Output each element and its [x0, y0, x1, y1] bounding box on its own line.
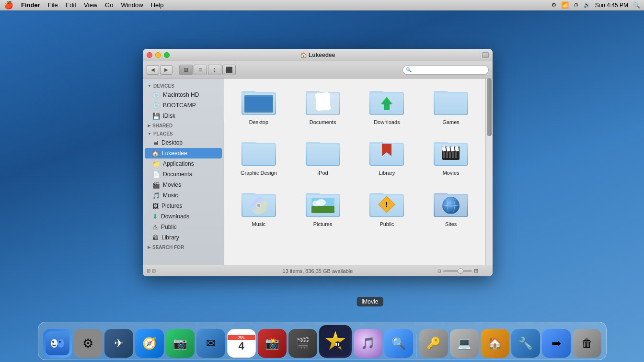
sidebar-item-pictures[interactable]: 🖼 Pictures: [143, 201, 224, 211]
dock-item-calendar[interactable]: JUL 4: [227, 329, 256, 358]
svg-rect-25: [307, 144, 339, 165]
file-item-desktop[interactable]: Desktop: [229, 83, 288, 129]
file-item-downloads[interactable]: Downloads: [357, 83, 417, 129]
wifi-icon[interactable]: 📶: [561, 1, 569, 9]
lukeedee-icon: 🏠: [151, 150, 159, 157]
dock-item-imovie[interactable]: [319, 325, 352, 358]
minimize-button[interactable]: [155, 52, 161, 58]
spotlight-icon[interactable]: 🔍: [633, 2, 640, 9]
music-sidebar-icon: 🎵: [152, 192, 160, 199]
file-label-documents: Documents: [310, 119, 336, 125]
sidebar-item-music[interactable]: 🎵 Music: [143, 190, 224, 201]
dock-item-mail[interactable]: ✉: [196, 329, 225, 358]
menu-view[interactable]: View: [84, 1, 97, 9]
devices-header: ▼ DEVICES: [143, 81, 224, 90]
sidebar-item-applications[interactable]: 📁 Applications: [143, 158, 224, 169]
forward-button[interactable]: ▶: [160, 65, 172, 75]
file-item-library[interactable]: Library: [357, 134, 417, 180]
slider-track[interactable]: [443, 270, 472, 272]
search-bar[interactable]: 🔍: [402, 65, 489, 75]
svg-rect-80: [338, 343, 339, 346]
xcode-dock-icon: 🔧: [511, 329, 540, 358]
screenflow-dock-icon: 🎬: [288, 329, 317, 358]
places-header: ▼ PLACES: [143, 129, 224, 137]
list-view-button[interactable]: ≡: [194, 65, 207, 75]
sidebar-item-lukeedee[interactable]: 🏠 Lukeedee: [145, 148, 222, 158]
menu-go[interactable]: Go: [105, 1, 113, 9]
icon-view-button[interactable]: ⊞: [179, 65, 193, 75]
file-item-ipod[interactable]: iPod: [293, 134, 353, 180]
file-label-sites: Sites: [445, 221, 457, 227]
datetime-display: Sun 4:45 PM: [595, 2, 628, 9]
close-button[interactable]: [147, 52, 152, 58]
file-item-graphic-design[interactable]: Graphic Design: [229, 134, 288, 180]
dock-item-itunes[interactable]: 🎵: [354, 329, 382, 358]
dock-item-migration[interactable]: ➡: [542, 329, 571, 358]
file-item-documents[interactable]: Documents: [293, 83, 353, 129]
column-view-button[interactable]: ⫶: [208, 65, 221, 75]
library-sidebar-icon: 🏛: [152, 234, 159, 241]
file-item-sites[interactable]: Sites: [421, 185, 481, 231]
dock-item-safari[interactable]: 🧭: [135, 329, 164, 358]
sidebar-item-downloads[interactable]: ⬇ Downloads: [143, 211, 224, 222]
file-item-pictures[interactable]: Pictures: [293, 185, 353, 231]
slider-thumb[interactable]: [458, 268, 463, 274]
sidebar-item-desktop[interactable]: 🖥 Desktop: [143, 137, 224, 148]
volume-icon[interactable]: 🔊: [584, 2, 590, 8]
back-button[interactable]: ◀: [147, 65, 159, 75]
apple-menu[interactable]: 🍎: [4, 0, 13, 10]
collapse-button[interactable]: [482, 52, 489, 58]
dock-item-home[interactable]: 🏠: [481, 329, 509, 358]
devices-triangle[interactable]: ▼: [148, 84, 151, 88]
sidebar-item-documents[interactable]: 📄 Documents: [143, 169, 224, 180]
file-item-public[interactable]: ! Public: [357, 185, 417, 231]
search-for-triangle[interactable]: ▶: [148, 245, 150, 249]
nav-buttons: ◀ ▶: [147, 65, 172, 75]
menubar: 🍎 Finder File Edit View Go Window Help ⚙…: [0, 0, 644, 11]
scrollbar[interactable]: [485, 79, 493, 265]
mail-dock-icon: ✉: [196, 329, 225, 358]
menu-window[interactable]: Window: [121, 1, 143, 9]
file-item-games[interactable]: Games: [421, 83, 481, 129]
dock-item-screenflow[interactable]: 🎬: [288, 329, 317, 358]
file-label-games: Games: [442, 119, 459, 125]
shared-triangle[interactable]: ▶: [148, 124, 150, 128]
dock-item-quicktime[interactable]: 🔍: [384, 329, 413, 358]
sidebar-item-macintosh-hd[interactable]: 💿 Macintosh HD: [143, 90, 224, 100]
sidebar-item-idisk[interactable]: 💾 iDisk: [143, 111, 224, 121]
file-item-movies[interactable]: Movies: [421, 134, 481, 180]
sidebar-item-public[interactable]: ⚠ Public: [143, 222, 224, 232]
dock-item-system-prefs[interactable]: ⚙: [74, 329, 103, 358]
sidebar-item-movies[interactable]: 🎬 Movies: [143, 180, 224, 190]
menu-file[interactable]: File: [48, 1, 58, 9]
time-machine-icon[interactable]: ⏱: [574, 2, 579, 8]
menu-help[interactable]: Help: [151, 1, 164, 9]
dock-item-keychain[interactable]: 🔑: [419, 329, 448, 358]
file-label-downloads: Downloads: [374, 119, 400, 125]
dock-item-facetime[interactable]: 📷: [166, 329, 195, 358]
itunes-dock-icon: 🎵: [354, 329, 382, 358]
dock-item-xcode[interactable]: 🔧: [511, 329, 540, 358]
dock-item-photobooth[interactable]: 📸: [258, 329, 287, 358]
svg-point-72: [58, 339, 64, 348]
menu-finder[interactable]: Finder: [21, 1, 40, 9]
dock-item-rosetta[interactable]: 💻: [450, 329, 479, 358]
sidebar-item-bootcamp[interactable]: 💿 BOOTCAMP: [143, 100, 224, 111]
file-item-music[interactable]: Music: [229, 185, 288, 231]
status-left-icons: ⊞ ⊟: [147, 268, 156, 273]
svg-point-71: [51, 339, 58, 348]
cover-flow-button[interactable]: ⬛: [222, 65, 236, 75]
file-label-public: Public: [380, 221, 394, 227]
size-slider[interactable]: ⊡ ⊞: [437, 268, 478, 274]
dock-item-trash[interactable]: 🗑: [573, 329, 601, 358]
sidebar-item-library[interactable]: 🏛 Library: [143, 232, 224, 243]
dock-item-finder[interactable]: [43, 329, 72, 358]
maximize-button[interactable]: [164, 52, 170, 58]
safari-dock-icon: 🧭: [135, 329, 164, 358]
public-sidebar-icon: ⚠: [152, 224, 158, 231]
menu-edit[interactable]: Edit: [66, 1, 76, 9]
places-triangle[interactable]: ▼: [148, 132, 151, 136]
svg-point-49: [257, 204, 260, 207]
scrollbar-thumb[interactable]: [487, 79, 492, 136]
dock-item-sendmail[interactable]: ✈: [104, 329, 133, 358]
